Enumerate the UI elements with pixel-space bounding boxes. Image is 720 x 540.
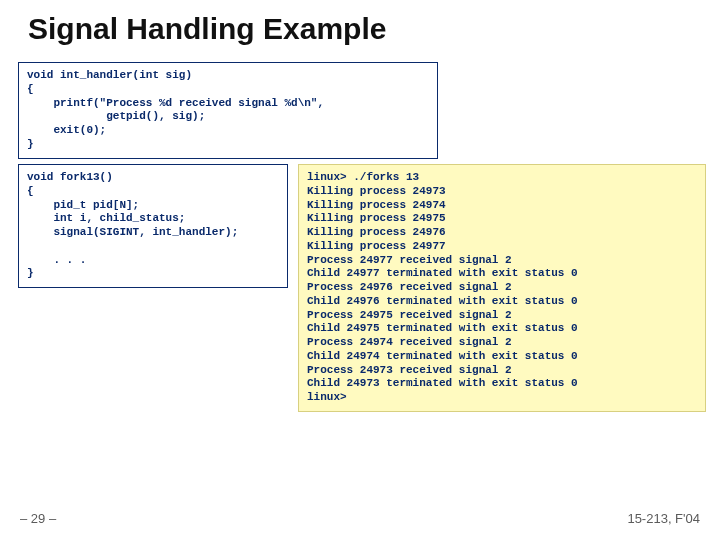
page-number: – 29 – <box>20 511 56 526</box>
code-block-handler: void int_handler(int sig) { printf("Proc… <box>18 62 438 159</box>
slide-title: Signal Handling Example <box>0 0 720 52</box>
course-label: 15-213, F'04 <box>627 511 700 526</box>
code-block-fork: void fork13() { pid_t pid[N]; int i, chi… <box>18 164 288 288</box>
terminal-output: linux> ./forks 13 Killing process 24973 … <box>298 164 706 412</box>
